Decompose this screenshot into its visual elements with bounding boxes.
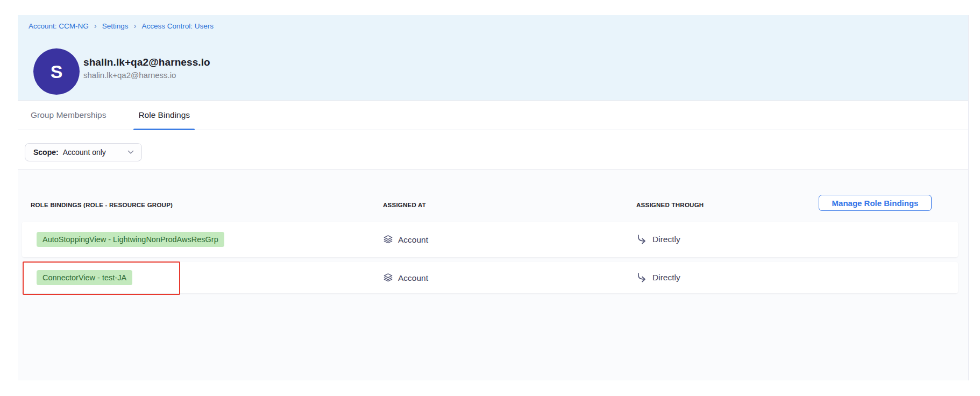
chevron-down-icon [127, 150, 134, 154]
direct-assignment-arrow-icon [636, 234, 648, 245]
role-binding-badge: AutoStoppingView - LightwingNonProdAwsRe… [37, 232, 224, 247]
tab-group-memberships[interactable]: Group Memberships [26, 101, 111, 130]
manage-role-bindings-button[interactable]: Manage Role Bindings [819, 195, 932, 211]
content-container: Account: CCM-NG › Settings › Access Cont… [18, 15, 969, 380]
page: Account: CCM-NG › Settings › Access Cont… [0, 0, 980, 396]
scope-filter-dropdown[interactable]: Scope: Account only [25, 143, 142, 161]
profile-row: S shalin.lk+qa2@harness.io shalin.lk+qa2… [33, 48, 210, 95]
column-header-role-bindings: ROLE BINDINGS (ROLE - RESOURCE GROUP) [31, 202, 173, 208]
assigned-through-value: Directly [652, 273, 680, 282]
layers-icon [383, 273, 393, 283]
assigned-at-value: Account [398, 235, 428, 244]
breadcrumb-separator-icon: › [94, 22, 97, 30]
role-binding-badge: ConnectorView - test-JA [37, 270, 132, 285]
assigned-through-cell: Directly [636, 272, 680, 284]
scope-filter-value: Account only [63, 148, 106, 157]
avatar: S [33, 48, 80, 95]
profile-email: shalin.lk+qa2@harness.io [83, 70, 210, 80]
column-header-assigned-through: ASSIGNED THROUGH [636, 202, 704, 208]
breadcrumb-link-settings[interactable]: Settings [102, 22, 129, 30]
direct-assignment-arrow-icon [636, 272, 648, 284]
table-row[interactable]: ConnectorView - test-JA Account Directly [22, 262, 958, 293]
breadcrumb-link-account[interactable]: Account: CCM-NG [29, 22, 89, 30]
assigned-at-cell: Account [383, 235, 428, 245]
assigned-at-value: Account [398, 273, 428, 282]
table-row[interactable]: AutoStoppingView - LightwingNonProdAwsRe… [22, 222, 958, 257]
breadcrumb-separator-icon: › [134, 22, 137, 30]
role-bindings-section: ROLE BINDINGS (ROLE - RESOURCE GROUP) AS… [18, 170, 968, 380]
page-title: shalin.lk+qa2@harness.io [83, 56, 210, 68]
layers-icon [383, 235, 393, 245]
scope-filter-label: Scope: [33, 148, 59, 157]
profile-header: Account: CCM-NG › Settings › Access Cont… [18, 15, 968, 101]
filter-bar: Scope: Account only [18, 130, 968, 170]
breadcrumb: Account: CCM-NG › Settings › Access Cont… [29, 22, 214, 30]
profile-texts: shalin.lk+qa2@harness.io shalin.lk+qa2@h… [83, 56, 210, 80]
assigned-through-value: Directly [652, 235, 680, 244]
column-header-assigned-at: ASSIGNED AT [383, 202, 426, 208]
breadcrumb-link-access-control-users[interactable]: Access Control: Users [142, 22, 214, 30]
tab-bar: Group Memberships Role Bindings [18, 101, 968, 130]
tab-role-bindings[interactable]: Role Bindings [133, 101, 195, 130]
assigned-at-cell: Account [383, 273, 428, 283]
assigned-through-cell: Directly [636, 234, 680, 245]
